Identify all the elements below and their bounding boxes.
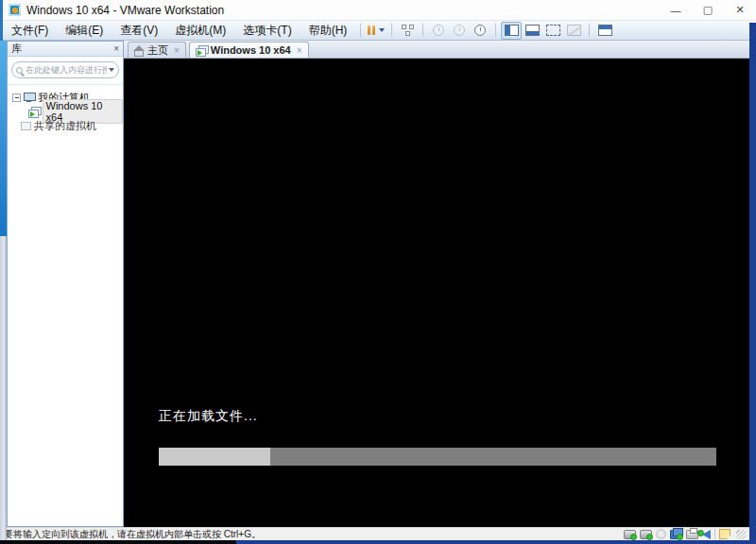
home-icon bbox=[134, 46, 144, 55]
desktop-edge-left-thin bbox=[0, 0, 3, 41]
menu-bar: 文件(F) 编辑(E) 查看(V) 虚拟机(M) 选项卡(T) 帮助(H) bbox=[3, 21, 749, 41]
tab-home[interactable]: 主页 × bbox=[128, 42, 186, 58]
vm-console-screen[interactable]: 正在加载文件... bbox=[124, 59, 749, 527]
menu-vm[interactable]: 虚拟机(M) bbox=[166, 21, 234, 40]
unity-mode-icon bbox=[567, 25, 581, 36]
desktop-edge-right bbox=[749, 23, 756, 544]
search-icon bbox=[16, 67, 23, 74]
fullscreen-button[interactable] bbox=[542, 22, 563, 40]
search-input[interactable] bbox=[26, 65, 107, 75]
boot-progress-bar bbox=[159, 448, 716, 466]
take-snapshot-icon bbox=[433, 25, 444, 36]
menu-view[interactable]: 查看(V) bbox=[112, 21, 166, 40]
toolbar-separator bbox=[495, 24, 496, 37]
computer-icon bbox=[24, 93, 35, 102]
menu-file[interactable]: 文件(F) bbox=[3, 21, 57, 40]
revert-snapshot-icon bbox=[454, 25, 465, 36]
desktop-edge-left-top bbox=[0, 41, 7, 236]
tree-item-windows10[interactable]: Windows 10 x64 bbox=[8, 105, 123, 118]
ctrl-alt-del-icon bbox=[402, 25, 414, 36]
resize-grip[interactable] bbox=[736, 530, 746, 539]
vm-tree: 我的计算机 Windows 10 x64 共享的虚拟机 bbox=[8, 85, 123, 526]
search-dropdown-icon[interactable] bbox=[109, 68, 114, 72]
library-panel: 库 × 我的计算机 Windows 10 x64 共享的虚拟机 bbox=[7, 41, 124, 527]
tab-windows10-close-icon[interactable]: × bbox=[297, 45, 302, 56]
message-log-icon[interactable] bbox=[719, 529, 730, 539]
fullscreen-icon bbox=[546, 25, 560, 36]
toolbar-separator bbox=[422, 24, 423, 37]
toolbar-separator bbox=[360, 24, 361, 37]
power-dropdown-icon[interactable] bbox=[379, 28, 385, 32]
revert-snapshot-button[interactable] bbox=[449, 22, 470, 40]
console-view-button[interactable] bbox=[594, 22, 615, 40]
menu-help[interactable]: 帮助(H) bbox=[301, 21, 356, 40]
manage-snapshots-button[interactable] bbox=[470, 22, 490, 40]
vm-icon bbox=[28, 107, 40, 116]
vmware-workstation-window: Windows 10 x64 - VMware Workstation — ▢ … bbox=[0, 0, 756, 544]
library-close-icon[interactable]: × bbox=[113, 43, 119, 54]
pause-icon bbox=[368, 26, 375, 35]
thumbnail-bar-icon bbox=[525, 25, 540, 36]
vm-console-icon bbox=[196, 45, 207, 55]
vmware-logo-icon bbox=[9, 4, 21, 16]
close-button[interactable]: ✕ bbox=[724, 0, 756, 20]
collapse-icon[interactable] bbox=[12, 94, 21, 102]
tab-home-close-icon[interactable]: × bbox=[174, 45, 180, 56]
manage-snapshots-icon bbox=[474, 25, 486, 36]
show-library-button[interactable] bbox=[501, 22, 522, 40]
status-bar: 要将输入定向到该虚拟机，请在虚拟机内部单击或按 Ctrl+G。 bbox=[0, 527, 749, 540]
cd-dvd-icon[interactable] bbox=[656, 529, 666, 539]
hard-disk-2-icon[interactable] bbox=[640, 530, 652, 539]
window-title: Windows 10 x64 - VMware Workstation bbox=[26, 4, 224, 17]
library-search-box[interactable] bbox=[11, 61, 119, 78]
toolbar-separator bbox=[391, 24, 392, 37]
tab-strip: 主页 × Windows 10 x64 × bbox=[124, 41, 749, 59]
printer-icon[interactable] bbox=[686, 530, 698, 539]
toolbar-separator bbox=[589, 24, 590, 37]
sound-icon[interactable] bbox=[702, 530, 711, 539]
tree-item-shared-vms-label: 共享的虚拟机 bbox=[34, 119, 96, 133]
boot-loading-text: 正在加载文件... bbox=[159, 408, 258, 425]
unity-mode-button[interactable] bbox=[563, 22, 584, 40]
library-panel-icon bbox=[505, 25, 519, 36]
hard-disk-icon[interactable] bbox=[624, 530, 636, 539]
window-controls: — ▢ ✕ bbox=[660, 0, 756, 20]
minimize-button[interactable]: — bbox=[660, 0, 692, 20]
library-title: 库 bbox=[11, 42, 22, 56]
send-ctrl-alt-del-button[interactable] bbox=[397, 22, 418, 40]
title-bar: Windows 10 x64 - VMware Workstation — ▢ … bbox=[0, 0, 756, 21]
status-message: 要将输入定向到该虚拟机，请在虚拟机内部单击或按 Ctrl+G。 bbox=[4, 528, 261, 541]
tab-home-label: 主页 bbox=[147, 43, 168, 58]
take-snapshot-button[interactable] bbox=[428, 22, 449, 40]
pause-vm-button[interactable] bbox=[366, 22, 387, 40]
library-header: 库 × bbox=[8, 42, 123, 57]
show-thumbnail-bar-button[interactable] bbox=[522, 22, 542, 40]
shared-vms-icon bbox=[21, 122, 31, 130]
desktop-edge-bottom-blue bbox=[236, 540, 756, 544]
desktop-edge-left-bottom bbox=[0, 236, 7, 540]
maximize-button[interactable]: ▢ bbox=[692, 0, 724, 20]
tab-windows10[interactable]: Windows 10 x64 × bbox=[189, 42, 309, 58]
console-view-icon bbox=[598, 25, 612, 36]
status-separator bbox=[714, 529, 715, 539]
device-status-icons bbox=[624, 529, 746, 539]
menu-tabs[interactable]: 选项卡(T) bbox=[234, 21, 300, 40]
library-search-area bbox=[8, 57, 123, 85]
network-adapter-icon[interactable] bbox=[670, 530, 682, 539]
boot-progress-fill bbox=[159, 448, 270, 466]
menu-edit[interactable]: 编辑(E) bbox=[57, 21, 112, 40]
desktop-edge-bottom-dark bbox=[0, 540, 236, 544]
tab-windows10-label: Windows 10 x64 bbox=[211, 44, 291, 56]
